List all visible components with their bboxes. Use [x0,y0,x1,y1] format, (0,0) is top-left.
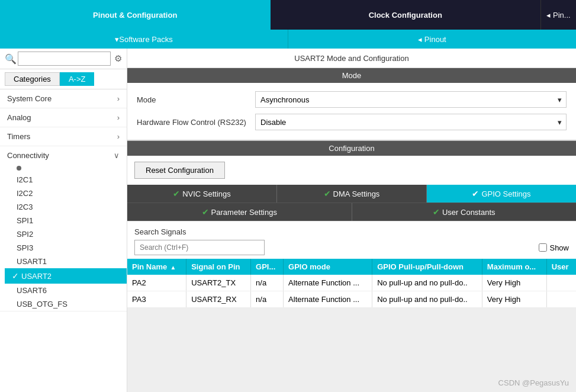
cell-signal-pa3: USART2_RX [186,291,251,308]
sidebar-group-analog: Analog › [0,108,127,127]
param-check-icon: ✔ [202,207,209,217]
tab-gpio[interactable]: ✔ GPIO Settings [427,185,576,203]
user-check-icon: ✔ [433,207,440,217]
signal-search-input[interactable] [134,240,265,255]
col-gpio-mode[interactable]: GPIO mode [284,259,372,275]
config-tabs-row1: ✔ NVIC Settings ✔ DMA Settings ✔ GPIO Se… [127,185,576,203]
search-signals-row: Show [134,240,569,255]
col-max-output[interactable]: Maximum o... [482,259,546,275]
sidebar-tabs: Categories A->Z [0,69,127,89]
cell-gpio-pull-pa3: No pull-up and no pull-do.. [372,291,482,308]
sidebar-search-row: 🔍 ⚙ [0,49,127,69]
software-packs-label: Software Packs [119,35,172,44]
tab-a-z[interactable]: A->Z [60,72,95,86]
content-area: USART2 Mode and Configuration Mode Mode … [127,49,576,392]
cell-gpi-pa3: n/a [251,291,284,308]
mode-row: Mode Asynchronous Disable Synchronous ▾ [137,91,567,108]
check-icon: ✓ [12,271,19,281]
sidebar-group-header-system-core[interactable]: System Core › [0,89,127,108]
show-label: Show [549,243,569,252]
dma-check-icon: ✔ [324,189,331,198]
sidebar-item-usart2[interactable]: ✓ USART2 [5,268,127,284]
hw-flow-row: Hardware Flow Control (RS232) Disable CT… [137,114,567,130]
sidebar-item-spi2[interactable]: SPI2 [5,227,127,241]
connectivity-dot-icon [17,166,21,171]
gear-icon[interactable]: ⚙ [114,53,122,64]
reset-config-button[interactable]: Reset Configuration [134,162,225,179]
sidebar-item-spi3[interactable]: SPI3 [5,241,127,255]
clock-config-label: Clock Configuration [369,11,442,20]
show-checkbox-row: Show [539,243,569,252]
cell-gpio-mode-pa3: Alternate Function ... [284,291,372,308]
config-section-body: Reset Configuration ✔ NVIC Settings ✔ DM… [127,156,576,308]
cell-pin-name-pa3: PA3 [127,291,186,308]
tab-parameter[interactable]: ✔ Parameter Settings [127,203,352,221]
signal-table: Pin Name ▲ Signal on Pin GPI... GPIO mod… [127,259,576,308]
sidebar-group-connectivity: Connectivity ∨ I2C1 I2C2 I2C3 SPI1 SPI2 … [0,146,127,311]
sidebar-item-i2c3[interactable]: I2C3 [5,200,127,214]
sidebar-group-header-timers[interactable]: Timers › [0,127,127,146]
col-gpio-pullupdown[interactable]: GPIO Pull-up/Pull-down [372,259,482,275]
nvic-check-icon: ✔ [173,189,180,198]
tab-user-constants[interactable]: ✔ User Constants [352,203,577,221]
pinout2-nav[interactable]: ◂ Pinout [288,30,576,49]
sidebar-search-input[interactable] [18,52,111,66]
cell-max-pa2: Very High [482,275,546,291]
tab-categories[interactable]: Categories [5,72,60,86]
cell-pin-name-pa2: PA2 [127,275,186,291]
col-gpi[interactable]: GPI... [251,259,284,275]
pinout-right-label: ◂ Pin... [546,11,570,20]
show-checkbox[interactable] [539,243,547,252]
hw-flow-select-wrapper: Disable CTS Only RTS Only CTS/RTS ▾ [255,114,567,130]
sidebar-group-header-analog[interactable]: Analog › [0,108,127,127]
software-packs-nav[interactable]: ▾ Software Packs [0,30,288,49]
sidebar-item-usb-otg-fs[interactable]: USB_OTG_FS [5,297,127,311]
tab-nvic[interactable]: ✔ NVIC Settings [127,185,277,203]
chevron-down-icon: ∨ [114,151,120,160]
pinout-config-tab[interactable]: Pinout & Configuration [0,0,271,30]
pinout-right-tab[interactable]: ◂ Pin... [540,0,576,30]
table-row: PA3 USART2_RX n/a Alternate Function ... [127,291,576,308]
cell-gpio-mode-pa2: Alternate Function ... [284,275,372,291]
mode-section-header: Mode [127,68,576,83]
hw-flow-label: Hardware Flow Control (RS232) [137,118,255,127]
col-pin-name[interactable]: Pin Name ▲ [127,259,186,275]
pinout2-label: ◂ Pinout [418,35,446,44]
sidebar-item-spi1[interactable]: SPI1 [5,214,127,227]
clock-config-tab[interactable]: Clock Configuration [271,0,541,30]
cell-gpio-pull-pa2: No pull-up and no pull-do.. [372,275,482,291]
col-signal-on-pin[interactable]: Signal on Pin [186,259,251,275]
table-row: PA2 USART2_TX n/a Alternate Function ... [127,275,576,291]
cell-signal-pa2: USART2_TX [186,275,251,291]
col-user[interactable]: User [546,259,576,275]
cell-gpi-pa2: n/a [251,275,284,291]
sidebar-item-usart6[interactable]: USART6 [5,284,127,297]
sidebar-item-usart1[interactable]: USART1 [5,255,127,268]
config-tabs-row2: ✔ Parameter Settings ✔ User Constants [127,203,576,221]
mode-select[interactable]: Asynchronous Disable Synchronous [255,91,567,108]
chevron-right-icon: › [117,113,120,122]
search-signals-label: Search Signals [134,227,569,236]
sidebar-item-i2c2[interactable]: I2C2 [5,187,127,200]
sidebar-group-header-connectivity[interactable]: Connectivity ∨ [0,146,127,165]
search-icon[interactable]: 🔍 [5,53,17,65]
content-title: USART2 Mode and Configuration [127,49,576,68]
sort-arrow-icon: ▲ [170,264,176,271]
cell-user-pa3 [546,291,576,308]
chevron-right-icon: › [117,94,120,103]
sidebar-group-timers: Timers › [0,127,127,146]
software-packs-chevron: ▾ [115,35,119,44]
connectivity-items: I2C1 I2C2 I2C3 SPI1 SPI2 SPI3 USART1 ✓ U… [0,165,127,311]
config-section-header: Configuration [127,141,576,156]
sidebar-item-i2c1[interactable]: I2C1 [5,173,127,187]
watermark: CSDN @PegasusYu [498,378,569,387]
mode-select-wrapper: Asynchronous Disable Synchronous ▾ [255,91,567,108]
cell-user-pa2 [546,275,576,291]
mode-section-body: Mode Asynchronous Disable Synchronous ▾ … [127,83,576,141]
gpio-check-icon: ✔ [472,189,479,198]
pinout-config-label: Pinout & Configuration [93,11,177,20]
signal-table-container: Pin Name ▲ Signal on Pin GPI... GPIO mod… [127,259,576,308]
chevron-right-icon: › [117,132,120,141]
hw-flow-select[interactable]: Disable CTS Only RTS Only CTS/RTS [255,114,567,130]
tab-dma[interactable]: ✔ DMA Settings [277,185,427,203]
